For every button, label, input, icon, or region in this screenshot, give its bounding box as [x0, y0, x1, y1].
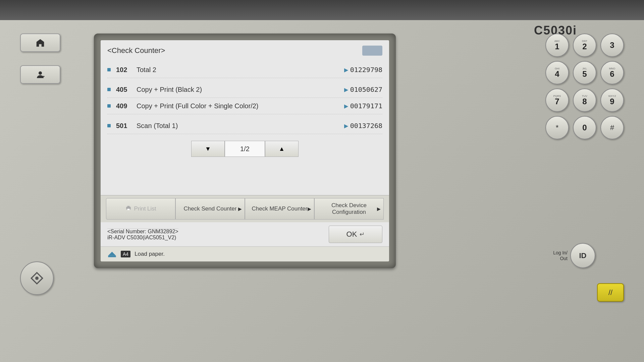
- svg-rect-3: [127, 208, 130, 210]
- counter-label-102: Total 2: [137, 66, 156, 74]
- key-0-button[interactable]: 0: [573, 116, 596, 139]
- user-settings-button[interactable]: [20, 65, 60, 84]
- top-bar: [0, 0, 644, 20]
- key-6-button[interactable]: MNO 6: [600, 61, 624, 84]
- check-device-configuration-button[interactable]: Check Device Configuration ▶: [314, 198, 384, 220]
- counter-value-501: 00137268: [350, 122, 382, 130]
- key-star-symbol: *: [556, 123, 559, 132]
- key-3-button[interactable]: 3: [600, 34, 624, 57]
- page-up-button[interactable]: ▲: [265, 141, 299, 157]
- login-label: Log In/Out: [553, 250, 568, 261]
- key-6-num: 6: [610, 70, 614, 78]
- check-send-counter-label: Check Send Counter: [184, 205, 237, 212]
- counter-arrow-102: ▶: [344, 67, 348, 73]
- left-buttons: [20, 34, 60, 84]
- key-4-num: 4: [555, 70, 559, 78]
- counter-label-405: Copy + Print (Black 2): [137, 86, 202, 94]
- action-buttons-bar: Print List Check Send Counter ▶ Check ME…: [101, 195, 389, 222]
- key-7-button[interactable]: PQRS 7: [545, 88, 569, 112]
- counter-row-409: 409 Copy + Print (Full Color + Single Co…: [107, 98, 382, 114]
- check-device-config-label: Check Device Configuration: [317, 202, 381, 216]
- key-8-num: 8: [582, 98, 587, 106]
- counter-value-409: 00179171: [350, 102, 382, 110]
- key-8-button[interactable]: TUV 8: [573, 88, 596, 112]
- counter-row-102: 102 Total 2 ▶ 01229798: [107, 62, 382, 78]
- ok-arrow-icon: ↵: [360, 231, 365, 238]
- chevron-up-icon: ▲: [279, 145, 285, 153]
- counter-row-405: 405 Copy + Print (Black 2) ▶ 01050627: [107, 81, 382, 98]
- svg-point-7: [35, 277, 39, 280]
- screen-header: <Check Counter>: [101, 40, 389, 58]
- print-list-button[interactable]: Print List: [106, 198, 175, 220]
- key-5-num: 5: [582, 70, 587, 78]
- key-star-button[interactable]: *: [545, 116, 569, 139]
- counter-id-102: 102: [116, 66, 131, 74]
- serial-line2: iR-ADV C5030(iAC5051_V2): [107, 235, 178, 241]
- svg-rect-1: [42, 76, 44, 77]
- paper-size-badge: A4: [121, 251, 130, 257]
- ok-button[interactable]: OK ↵: [329, 226, 382, 243]
- id-label: ID: [579, 251, 587, 260]
- svg-marker-4: [108, 252, 116, 256]
- counter-bullet: [107, 68, 111, 71]
- home-button[interactable]: [20, 34, 60, 52]
- ok-label: OK: [346, 230, 357, 239]
- chevron-down-icon: ▼: [205, 145, 211, 153]
- counter-value-102: 01229798: [350, 66, 382, 74]
- check-meap-counter-button[interactable]: Check MEAP Counter ▶: [245, 198, 314, 220]
- serial-line1: <Serial Number: GNM32892>: [107, 229, 178, 235]
- key-9-button[interactable]: WXYZ 9: [600, 88, 624, 112]
- user-settings-icon: [35, 70, 45, 80]
- key-3-num: 3: [610, 41, 614, 49]
- status-message: Load paper.: [135, 251, 165, 257]
- key-5-button[interactable]: JKL 5: [573, 61, 596, 84]
- key-4-button[interactable]: GHI 4: [545, 61, 569, 84]
- paper-tray-icon: [107, 249, 117, 259]
- id-button[interactable]: ID: [570, 243, 595, 268]
- counter-arrow-405: ▶: [344, 86, 348, 93]
- screen-bezel: <Check Counter> 102 Total 2 ▶ 01229798: [94, 34, 396, 268]
- screen-title: <Check Counter>: [107, 46, 165, 55]
- check-meap-counter-label: Check MEAP Counter: [252, 205, 308, 212]
- pagination-row: ▼ 1/2 ▲: [107, 141, 382, 157]
- energy-saver-button[interactable]: [20, 261, 54, 295]
- page-down-button[interactable]: ▼: [191, 141, 225, 157]
- login-area: Log In/Out ID: [553, 243, 595, 268]
- counter-bullet-405: [107, 88, 111, 91]
- counter-arrow-409: ▶: [344, 103, 348, 109]
- counter-label-501: Scan (Total 1): [137, 122, 178, 130]
- svg-point-0: [39, 71, 42, 75]
- counter-row-501: 501 Scan (Total 1) ▶ 00137268: [107, 118, 382, 134]
- page-indicator: 1/2: [225, 141, 265, 157]
- key-hash-button[interactable]: #: [600, 116, 624, 139]
- counter-arrow-501: ▶: [344, 123, 348, 129]
- key-2-num: 2: [582, 43, 587, 51]
- serial-info: <Serial Number: GNM32892> iR-ADV C5030(i…: [107, 228, 178, 241]
- machine-body: C5030i <Check Counter>: [0, 0, 644, 362]
- counter-label-409: Copy + Print (Full Color + Single Color/…: [137, 102, 258, 110]
- send-counter-arrow-icon: ▶: [238, 206, 242, 212]
- meap-counter-arrow-icon: ▶: [308, 206, 311, 212]
- print-list-label: Print List: [134, 205, 156, 212]
- key-1-button[interactable]: ABC 1: [545, 34, 569, 57]
- clear-button[interactable]: //: [597, 283, 624, 302]
- header-indicator: [362, 46, 382, 56]
- diamond-icon: [30, 272, 44, 285]
- counter-bullet-501: [107, 124, 111, 127]
- key-hash-symbol: #: [610, 123, 614, 132]
- keypad-area: ABC 1 DEF 2 3 GHI 4 JKL 5 MNO 6 PQRS 7 T…: [545, 34, 624, 139]
- check-send-counter-button[interactable]: Check Send Counter ▶: [175, 198, 245, 220]
- key-1-num: 1: [555, 43, 559, 51]
- svg-rect-5: [108, 256, 116, 257]
- print-icon: [125, 205, 132, 213]
- counter-id-501: 501: [116, 122, 131, 130]
- status-bar: A4 Load paper.: [101, 246, 389, 261]
- counter-bullet-409: [107, 104, 111, 108]
- key-9-num: 9: [610, 98, 614, 106]
- counter-area: 102 Total 2 ▶ 01229798 405 Copy + Print …: [101, 58, 389, 195]
- home-icon: [35, 38, 45, 48]
- device-config-arrow-icon: ▶: [377, 206, 381, 212]
- key-2-button[interactable]: DEF 2: [573, 34, 596, 57]
- counter-value-405: 01050627: [350, 85, 382, 94]
- screen-display: <Check Counter> 102 Total 2 ▶ 01229798: [101, 40, 389, 261]
